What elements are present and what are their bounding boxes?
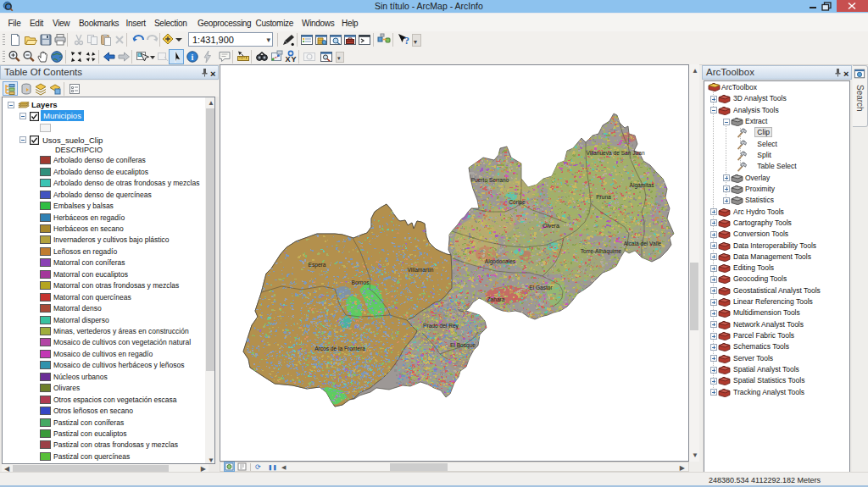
svg-text:Torre-Alháquime: Torre-Alháquime [581,248,622,255]
svg-text:Córipe: Córipe [509,199,526,206]
svg-text:?: ? [404,35,409,47]
svg-text:Pruna: Pruna [596,194,611,200]
svg-text:Arcos de la Frontera: Arcos de la Frontera [314,346,365,351]
svg-text:Y: Y [292,55,297,64]
svg-text:Bornos: Bornos [352,279,370,285]
svg-text:i: i [192,53,194,62]
svg-text:Algámitas: Algámitas [630,182,655,189]
svg-text:Villanueva de San Juan: Villanueva de San Juan [586,150,644,156]
svg-text:El Gastor: El Gastor [529,285,553,291]
svg-text:El Bosque: El Bosque [450,342,476,349]
svg-text:Zahara: Zahara [487,296,505,302]
svg-text:Alcalá del Valle: Alcalá del Valle [624,241,662,246]
svg-text:Espera: Espera [309,262,326,268]
svg-text:Puerto Serrano: Puerto Serrano [471,177,509,183]
svg-text:Olvera: Olvera [542,223,559,229]
svg-text:Prado del Rey: Prado del Rey [423,323,459,329]
svg-text:X: X [286,55,291,64]
svg-text:Algodonales: Algodonales [485,258,516,265]
svg-text:Villamartín: Villamartín [407,267,433,273]
